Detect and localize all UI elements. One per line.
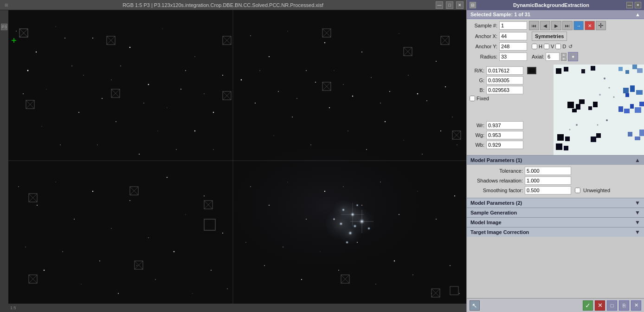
anchor-y-input[interactable]	[499, 42, 527, 51]
svg-point-20	[97, 144, 97, 145]
svg-point-76	[55, 182, 56, 182]
shadows-input[interactable]	[525, 176, 571, 185]
radius-row: Radius: Axial: ▲ ▼ ✦	[470, 52, 641, 61]
svg-point-43	[343, 84, 343, 84]
image-viewport[interactable]: P3 1:5	[0, 10, 466, 312]
svg-point-88	[62, 251, 63, 252]
target-image-collapse-icon: ▼	[635, 229, 640, 235]
svg-point-67	[334, 70, 334, 71]
reset-sym-btn[interactable]: ↺	[568, 44, 573, 50]
svg-rect-240	[564, 146, 568, 150]
svg-rect-218	[625, 93, 629, 97]
right-minimize-btn[interactable]: ⊟	[470, 2, 476, 8]
model-params-1-header[interactable]: Model Parameters (1) ▲	[467, 155, 644, 165]
svg-point-64	[278, 91, 279, 92]
svg-rect-222	[635, 107, 641, 113]
anchor-y-row: Anchor Y: H V D ↺	[470, 42, 641, 51]
wg-input[interactable]	[486, 131, 523, 139]
sample-generation-section[interactable]: Sample Generation ▼	[467, 208, 644, 217]
svg-point-116	[343, 186, 343, 187]
svg-point-36	[204, 93, 204, 94]
titlebar-icon[interactable]: ⊞	[3, 1, 10, 9]
svg-point-104	[264, 265, 265, 266]
nav-first-btn[interactable]: ⏮	[529, 21, 539, 30]
d-checkbox[interactable]	[555, 44, 561, 49]
model-params-2-section[interactable]: Model Parameters (2) ▼	[467, 198, 644, 208]
fixed-checkbox[interactable]	[470, 96, 475, 101]
h-checkbox[interactable]	[532, 44, 537, 49]
unweighted-checkbox[interactable]	[575, 188, 580, 193]
svg-point-91	[118, 293, 119, 294]
svg-rect-215	[623, 88, 629, 93]
svg-point-78	[92, 191, 93, 192]
svg-point-100	[287, 182, 288, 182]
svg-rect-239	[556, 143, 562, 150]
close-right-btn[interactable]: ✕	[631, 300, 641, 311]
ruler-tool-btn[interactable]: P3	[1, 24, 7, 30]
model-image-section[interactable]: Model Image ▼	[467, 217, 644, 227]
svg-point-16	[23, 93, 24, 94]
smoothing-input[interactable]	[525, 186, 571, 195]
close-btn[interactable]: ✕	[456, 1, 464, 9]
maximize-btn[interactable]: □	[446, 1, 453, 9]
svg-point-93	[155, 279, 156, 280]
toolbar-right: ✓ ✕ □ ⎘ ✕	[583, 300, 641, 311]
svg-point-122	[454, 195, 455, 196]
axial-input[interactable]	[546, 52, 560, 61]
right-close-btn[interactable]: ✕	[635, 2, 641, 8]
sample-num-input[interactable]	[499, 21, 527, 30]
svg-point-50	[255, 103, 256, 104]
radius-input[interactable]	[499, 52, 527, 61]
svg-point-231	[613, 97, 615, 98]
svg-rect-236	[628, 132, 632, 136]
nav-next-btn[interactable]: ▶	[551, 21, 561, 30]
right-pin-btn[interactable]: —	[626, 2, 633, 8]
apply-green-btn[interactable]: ✓	[583, 300, 593, 311]
sample-num-label: Sample #:	[470, 23, 497, 28]
v-checkbox[interactable]	[544, 44, 549, 49]
svg-point-60	[440, 130, 441, 131]
square-btn[interactable]: □	[607, 300, 617, 311]
svg-rect-216	[630, 85, 635, 92]
axial-label: Axial:	[532, 54, 544, 59]
minimize-btn[interactable]: —	[436, 1, 443, 9]
g-input[interactable]	[486, 76, 523, 84]
svg-point-9	[111, 79, 111, 80]
svg-point-69	[371, 77, 372, 78]
nav-prev-btn[interactable]: ◀	[540, 21, 550, 30]
b-input[interactable]	[486, 86, 523, 94]
wb-input[interactable]	[486, 141, 523, 149]
svg-point-82	[167, 177, 167, 178]
sample-preview	[554, 65, 644, 155]
svg-point-86	[25, 247, 26, 247]
cancel-red-btn[interactable]: ✕	[595, 300, 605, 311]
svg-point-23	[157, 130, 158, 131]
svg-point-25	[194, 130, 195, 131]
nav-add-btn[interactable]: ✛	[596, 21, 606, 30]
axial-up-btn[interactable]: ▲	[561, 53, 567, 57]
pointer-icon[interactable]: ↖	[470, 300, 480, 311]
copy-btn[interactable]: ⎘	[619, 300, 629, 311]
target-image-section[interactable]: Target Image Correction ▼	[467, 227, 644, 237]
svg-point-48	[436, 61, 437, 62]
svg-rect-208	[637, 68, 643, 73]
svg-point-119	[399, 214, 399, 215]
scroll-up-icon[interactable]: ▲	[635, 12, 640, 17]
svg-point-110	[375, 284, 376, 284]
svg-point-99	[269, 205, 270, 206]
rk-input[interactable]	[486, 66, 523, 75]
tolerance-label: Tolerance:	[470, 168, 523, 174]
tolerance-input[interactable]	[525, 167, 571, 175]
svg-point-115	[459, 293, 460, 294]
svg-point-53	[310, 144, 311, 145]
axial-down-btn[interactable]: ▼	[561, 57, 567, 61]
anchor-x-input[interactable]	[499, 32, 527, 40]
nav-last-btn[interactable]: ⏭	[562, 21, 573, 30]
nav-arrow-btn[interactable]: →	[573, 21, 584, 30]
nav-delete-btn[interactable]: ✕	[585, 21, 595, 30]
svg-point-112	[412, 274, 413, 275]
axial-apply-btn[interactable]: ✦	[568, 52, 578, 61]
bottom-toolbar: ↖ ✓ ✕ □ ⎘ ✕	[467, 298, 644, 312]
wr-input[interactable]	[486, 121, 523, 130]
selected-sample-text: Selected Sample: 1 of 31	[470, 12, 530, 17]
